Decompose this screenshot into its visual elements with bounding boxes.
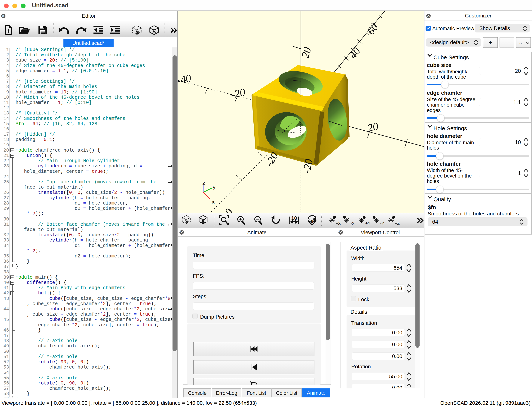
svg-text:-20: -20 bbox=[301, 158, 315, 174]
svg-text:y: y bbox=[213, 184, 215, 190]
svg-text:x: x bbox=[212, 198, 214, 205]
svg-text:+Y: +Y bbox=[365, 221, 371, 226]
svg-text:-Y: -Y bbox=[380, 221, 384, 226]
svg-text:z: z bbox=[202, 180, 205, 186]
svg-text:10: 10 bbox=[291, 215, 297, 221]
svg-text:+Z: +Z bbox=[395, 221, 400, 226]
svg-text:45: 45 bbox=[310, 219, 315, 224]
svg-text:+X: +X bbox=[336, 221, 341, 226]
svg-text:-X: -X bbox=[350, 221, 355, 226]
